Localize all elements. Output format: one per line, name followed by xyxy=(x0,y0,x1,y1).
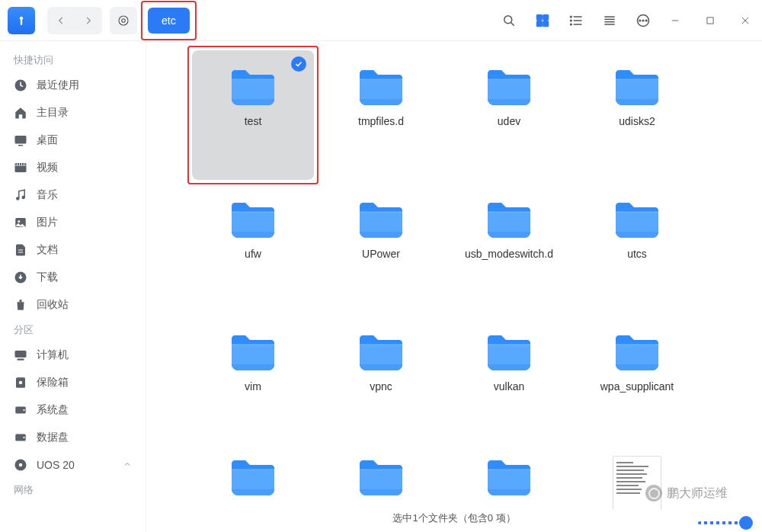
folder-item[interactable]: utcs xyxy=(576,183,698,312)
svg-point-32 xyxy=(16,197,20,200)
folder-item[interactable]: tmpfiles.d xyxy=(320,50,442,180)
sidebar-item[interactable]: 音乐 xyxy=(0,181,146,209)
optical-icon xyxy=(14,458,27,472)
sidebar-item[interactable]: 计算机 xyxy=(0,341,146,369)
svg-point-13 xyxy=(571,16,572,18)
sidebar-item[interactable]: 系统盘 xyxy=(0,396,146,424)
sidebar-item-label: 桌面 xyxy=(37,133,58,147)
file-name: udisks2 xyxy=(619,114,655,128)
folder-item[interactable] xyxy=(320,448,442,509)
sidebar-item-label: 主目录 xyxy=(37,106,69,120)
svg-point-21 xyxy=(639,20,641,21)
vault-icon xyxy=(14,376,27,389)
sidebar-item-label: 数据盘 xyxy=(37,431,69,444)
sidebar-item[interactable]: 回收站 xyxy=(0,291,146,319)
sidebar-section-header: 快捷访问 xyxy=(0,49,146,72)
sidebar-item-label: 计算机 xyxy=(37,348,69,362)
sidebar-item[interactable]: 数据盘 xyxy=(0,424,146,451)
music-icon xyxy=(14,188,27,202)
file-grid[interactable]: testtmpfiles.dudevudisks2ufwUPowerusb_mo… xyxy=(146,41,762,509)
download-icon xyxy=(14,271,27,284)
sidebar-item-label: 系统盘 xyxy=(37,403,69,417)
maximize-button[interactable] xyxy=(701,11,719,30)
file-name: UPower xyxy=(362,247,400,261)
close-button[interactable] xyxy=(736,11,754,30)
svg-point-22 xyxy=(642,20,644,21)
sidebar-item-label: 最近使用 xyxy=(37,79,79,92)
sidebar-item-label: UOS 20 xyxy=(37,459,75,471)
folder-item[interactable]: vulkan xyxy=(448,316,570,445)
sidebar-item[interactable]: 下载 xyxy=(0,264,146,291)
file-item[interactable] xyxy=(576,448,698,509)
nav-buttons xyxy=(47,7,102,34)
status-bar: 选中1个文件夹（包含0 项） xyxy=(146,509,762,532)
svg-point-4 xyxy=(504,15,512,23)
sidebar-item[interactable]: 最近使用 xyxy=(0,72,146,99)
sidebar: 快捷访问最近使用主目录桌面视频音乐图片文档下载回收站分区计算机保险箱系统盘数据盘… xyxy=(0,41,146,532)
svg-rect-30 xyxy=(18,145,23,146)
main-pane: testtmpfiles.dudevudisks2ufwUPowerusb_mo… xyxy=(146,41,762,532)
zoom-slider[interactable] xyxy=(698,521,751,524)
status-text: 选中1个文件夹（包含0 项） xyxy=(392,512,515,524)
folder-item[interactable]: udisks2 xyxy=(576,50,698,180)
sidebar-item-label: 音乐 xyxy=(37,188,58,202)
svg-rect-29 xyxy=(15,136,27,144)
doc-icon xyxy=(14,243,27,257)
folder-item[interactable]: usb_modeswitch.d xyxy=(448,183,570,312)
text-file-icon xyxy=(613,456,661,509)
svg-rect-8 xyxy=(537,21,543,26)
folder-item[interactable]: ufw xyxy=(192,183,314,312)
svg-point-33 xyxy=(22,196,26,200)
file-name: wpa_supplicant xyxy=(600,380,674,393)
menu-button[interactable] xyxy=(636,13,651,28)
sidebar-item[interactable]: UOS 20 xyxy=(0,451,146,479)
folder-item[interactable]: UPower xyxy=(320,183,442,312)
icon-view-button[interactable] xyxy=(535,13,550,28)
desktop-icon xyxy=(14,133,27,147)
breadcrumb-segment-etc[interactable]: etc xyxy=(148,8,190,34)
folder-item[interactable] xyxy=(448,448,570,509)
svg-rect-1 xyxy=(21,19,22,25)
svg-rect-31 xyxy=(15,163,27,172)
clock-icon xyxy=(14,79,27,92)
sidebar-item[interactable]: 桌面 xyxy=(0,127,146,154)
sidebar-section-header: 分区 xyxy=(0,319,146,341)
trash-icon xyxy=(14,298,27,312)
folder-item[interactable]: wpa_supplicant xyxy=(576,316,698,445)
list-view-button[interactable] xyxy=(568,13,584,28)
file-name: vpnc xyxy=(370,380,392,393)
sidebar-item-label: 保险箱 xyxy=(37,376,69,389)
sidebar-item-label: 文档 xyxy=(37,243,58,257)
folder-item[interactable]: test xyxy=(192,50,314,180)
folder-item[interactable]: vpnc xyxy=(320,316,442,445)
minimize-button[interactable] xyxy=(666,11,684,30)
svg-rect-25 xyxy=(707,17,713,23)
search-icon[interactable] xyxy=(501,13,517,28)
forward-button[interactable] xyxy=(75,7,102,34)
home-icon xyxy=(14,106,27,120)
back-button[interactable] xyxy=(47,7,75,34)
chevron-up-icon xyxy=(123,459,132,471)
app-logo xyxy=(8,7,35,34)
svg-point-35 xyxy=(18,220,20,223)
sidebar-item[interactable]: 保险箱 xyxy=(0,369,146,396)
file-name: ufw xyxy=(245,247,261,261)
svg-point-23 xyxy=(645,20,647,21)
svg-point-42 xyxy=(23,409,24,411)
svg-rect-9 xyxy=(543,21,549,26)
image-icon xyxy=(14,216,27,229)
file-name: vim xyxy=(245,380,261,393)
sidebar-item[interactable]: 主目录 xyxy=(0,99,146,127)
sidebar-item[interactable]: 视频 xyxy=(0,154,146,181)
svg-point-2 xyxy=(119,16,128,25)
sidebar-item[interactable]: 文档 xyxy=(0,236,146,264)
detail-view-button[interactable] xyxy=(602,13,617,28)
svg-rect-7 xyxy=(543,14,549,20)
file-manager-window: etc 快捷访问最近使用主目录桌面视频音乐图片文档下载回收站分区计算机保险箱系统… xyxy=(0,0,762,532)
folder-item[interactable] xyxy=(192,448,314,509)
folder-item[interactable]: udev xyxy=(448,50,570,180)
sidebar-item[interactable]: 图片 xyxy=(0,209,146,236)
address-toggle-button[interactable] xyxy=(110,7,137,34)
sidebar-item-label: 回收站 xyxy=(37,298,69,312)
folder-item[interactable]: vim xyxy=(192,316,314,445)
